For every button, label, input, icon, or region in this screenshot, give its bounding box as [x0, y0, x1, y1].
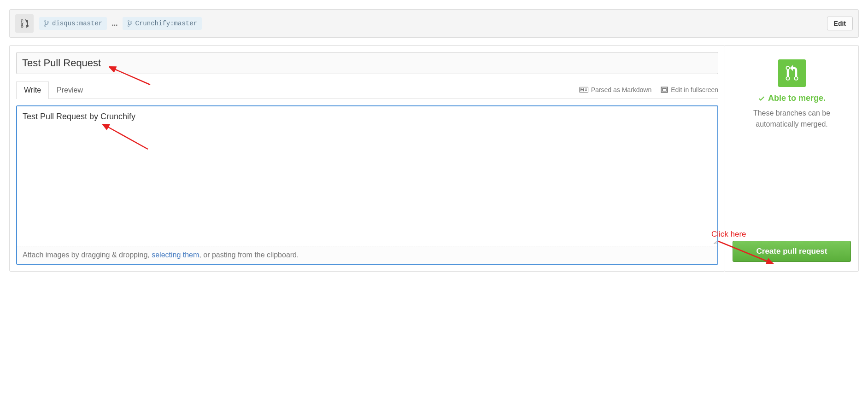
git-branch-icon — [127, 20, 133, 27]
fullscreen-link[interactable]: Edit in fullscreen — [661, 86, 718, 93]
merge-desc: These branches can be automatically merg… — [733, 108, 851, 130]
svg-rect-3 — [663, 88, 666, 91]
base-branch-label: disqus:master — [52, 20, 102, 27]
tab-bar: Write Preview Parsed as Markdown Edit in… — [16, 81, 718, 99]
head-branch-label: Crunchify:master — [135, 20, 197, 27]
check-icon — [758, 95, 765, 102]
git-branch-icon — [44, 20, 49, 27]
merge-status: Able to merge. — [733, 93, 851, 103]
compare-bar: disqus:master ... Crunchify:master Edit — [9, 9, 859, 38]
fullscreen-icon — [661, 87, 668, 93]
create-pull-request-button[interactable]: Create pull request — [733, 241, 851, 262]
head-branch-pill[interactable]: Crunchify:master — [123, 17, 202, 30]
edit-button[interactable]: Edit — [827, 17, 853, 30]
body-textarea-wrap: Attach images by dragging & dropping, se… — [16, 105, 718, 265]
compare-dots: ... — [111, 19, 117, 28]
markdown-hint[interactable]: Parsed as Markdown — [579, 86, 652, 93]
tab-preview[interactable]: Preview — [49, 81, 91, 99]
merge-icon — [778, 59, 806, 87]
markdown-icon — [579, 87, 588, 93]
attach-select-link[interactable]: selecting them — [152, 251, 199, 259]
compare-icon — [15, 14, 34, 33]
tab-write[interactable]: Write — [16, 81, 49, 99]
attach-hint[interactable]: Attach images by dragging & dropping, se… — [17, 246, 717, 264]
pr-body-textarea[interactable] — [17, 106, 717, 244]
pr-form-box: Write Preview Parsed as Markdown Edit in… — [9, 45, 725, 272]
merge-sidebar: Able to merge. These branches can be aut… — [725, 45, 859, 272]
base-branch-pill[interactable]: disqus:master — [39, 17, 107, 30]
pr-title-input[interactable] — [16, 52, 718, 74]
